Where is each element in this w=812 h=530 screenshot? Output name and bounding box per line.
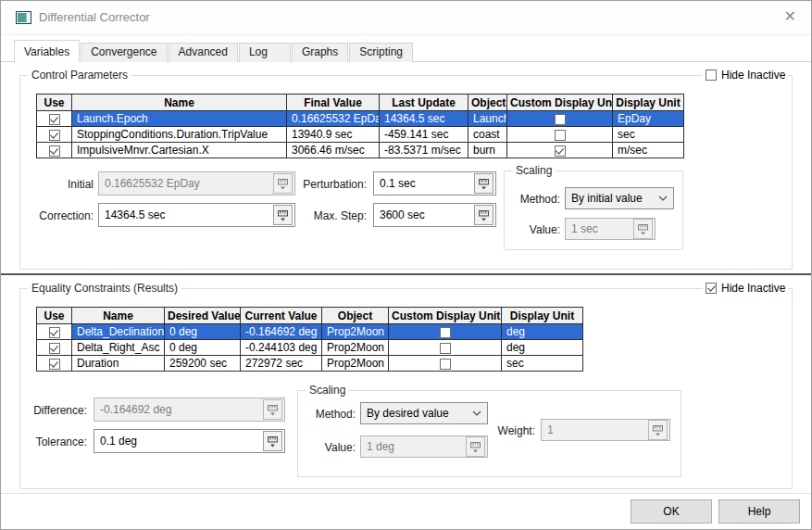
column-header[interactable]: Display Unit [613, 95, 684, 111]
difference-label: Difference: [19, 404, 87, 417]
hide-inactive-control[interactable]: Hide Inactive [703, 69, 788, 82]
use-checkbox[interactable] [49, 343, 60, 354]
tab-scripting[interactable]: Scripting [349, 43, 413, 62]
column-header[interactable]: Object [322, 308, 389, 324]
table-row[interactable]: Launch.Epoch0.16625532 EpDay14364.5 secL… [37, 111, 684, 127]
use-checkbox[interactable] [49, 130, 60, 141]
use-checkbox[interactable] [49, 114, 60, 125]
control-parameters-table[interactable]: UseNameFinal ValueLast UpdateObjectCusto… [36, 94, 684, 158]
current-value-cell[interactable]: 272972 sec [241, 356, 322, 372]
tab-graphs[interactable]: Graphs [292, 43, 348, 62]
display-unit-cell[interactable]: sec [502, 356, 583, 372]
scaling-value-field[interactable]: 1 deg [360, 435, 488, 458]
use-checkbox[interactable] [49, 327, 60, 338]
unit-picker-button[interactable] [466, 436, 485, 457]
tolerance-field[interactable]: 0.1 deg [94, 429, 285, 453]
column-header[interactable]: Current Value [241, 308, 322, 324]
hide-inactive-label: Hide Inactive [721, 69, 785, 82]
last-update-cell[interactable]: -83.5371 m/sec [380, 143, 468, 158]
scaling-method-dropdown[interactable]: By initial value [565, 187, 674, 209]
custom-unit-checkbox[interactable] [555, 130, 566, 141]
column-header[interactable]: Use [37, 308, 72, 324]
use-checkbox[interactable] [49, 145, 60, 157]
custom-unit-checkbox[interactable] [555, 114, 566, 125]
column-header[interactable]: Name [72, 95, 287, 111]
tab-convergence[interactable]: Convergence [81, 43, 167, 62]
title-bar: Differential Corrector ✕ [1, 1, 811, 35]
table-row[interactable]: StoppingConditions.Duration.TripValue139… [37, 127, 684, 143]
object-cell[interactable]: Prop2Moon [322, 324, 389, 340]
tab-log[interactable]: Log [239, 43, 291, 62]
name-cell[interactable]: Launch.Epoch [72, 111, 287, 127]
name-cell[interactable]: Delta_Declination [72, 324, 165, 340]
current-value-cell[interactable]: -0.244103 deg [241, 340, 322, 356]
difference-field[interactable]: -0.164692 deg [94, 398, 285, 422]
unit-ruler-icon [469, 441, 481, 453]
custom-unit-checkbox[interactable] [440, 327, 451, 338]
unit-picker-button[interactable] [474, 205, 493, 225]
desired-value-cell[interactable]: 0 deg [165, 324, 241, 340]
ok-button[interactable]: OK [631, 499, 712, 524]
tab-advanced[interactable]: Advanced [169, 43, 238, 62]
final-value-cell[interactable]: 0.16625532 EpDay [287, 111, 380, 127]
column-header[interactable]: Object [468, 95, 507, 111]
table-row[interactable]: Delta_Declination0 deg-0.164692 degProp2… [37, 324, 583, 340]
object-cell[interactable]: Prop2Moon [322, 356, 389, 372]
close-icon[interactable]: ✕ [784, 7, 796, 26]
unit-picker-button[interactable] [263, 399, 282, 420]
help-button[interactable]: Help [718, 499, 800, 524]
last-update-cell[interactable]: -459.141 sec [380, 127, 468, 143]
unit-picker-button[interactable] [648, 420, 668, 440]
name-cell[interactable]: Delta_Right_Asc [72, 340, 165, 356]
final-value-cell[interactable]: 13940.9 sec [287, 127, 380, 143]
custom-unit-checkbox[interactable] [440, 343, 451, 354]
unit-picker-button[interactable] [474, 173, 493, 194]
correction-field[interactable]: 14364.5 sec [98, 203, 295, 227]
final-value-cell[interactable]: 3066.46 m/sec [287, 143, 380, 158]
table-row[interactable]: ImpulsiveMnvr.Cartesian.X3066.46 m/sec-8… [37, 143, 684, 158]
last-update-cell[interactable]: 14364.5 sec [380, 111, 468, 127]
unit-picker-button[interactable] [263, 431, 282, 451]
unit-picker-button[interactable] [633, 219, 653, 239]
column-header[interactable]: Desired Value [165, 308, 241, 324]
scaling-value-field[interactable]: 1 sec [565, 218, 656, 240]
column-header[interactable]: Custom Display Unit [389, 308, 502, 324]
object-cell[interactable]: burn [468, 143, 507, 158]
hide-inactive-equality[interactable]: Hide Inactive [703, 282, 788, 295]
max-step-field[interactable]: 3600 sec [373, 203, 496, 227]
desired-value-cell[interactable]: 0 deg [165, 340, 241, 356]
column-header[interactable]: Final Value [287, 95, 380, 111]
custom-unit-checkbox[interactable] [440, 359, 451, 370]
perturbation-field[interactable]: 0.1 sec [373, 171, 496, 196]
object-cell[interactable]: coast [468, 127, 507, 143]
name-cell[interactable]: StoppingConditions.Duration.TripValue [72, 127, 287, 143]
display-unit-cell[interactable]: deg [502, 324, 583, 340]
table-row[interactable]: Duration259200 sec272972 secProp2Moonsec [37, 356, 583, 372]
column-header[interactable]: Last Update [380, 95, 468, 111]
display-unit-cell[interactable]: EpDay [613, 111, 684, 127]
custom-unit-checkbox[interactable] [555, 145, 566, 157]
equality-constraints-table[interactable]: UseNameDesired ValueCurrent ValueObjectC… [36, 307, 583, 372]
pane-divider[interactable] [1, 273, 811, 275]
column-header[interactable]: Custom Display Unit [507, 95, 613, 111]
tab-variables[interactable]: Variables [14, 40, 80, 63]
table-row[interactable]: Delta_Right_Asc0 deg-0.244103 degProp2Mo… [37, 340, 583, 356]
column-header[interactable]: Use [37, 95, 72, 111]
use-checkbox[interactable] [49, 359, 60, 370]
object-cell[interactable]: Launch [468, 111, 507, 127]
name-cell[interactable]: ImpulsiveMnvr.Cartesian.X [72, 143, 287, 158]
display-unit-cell[interactable]: m/sec [613, 143, 684, 158]
scaling-weight-field[interactable]: 1 [541, 419, 670, 441]
name-cell[interactable]: Duration [72, 356, 165, 372]
object-cell[interactable]: Prop2Moon [322, 340, 389, 356]
desired-value-cell[interactable]: 259200 sec [165, 356, 241, 372]
display-unit-cell[interactable]: sec [613, 127, 684, 143]
column-header[interactable]: Display Unit [502, 308, 583, 324]
initial-field[interactable]: 0.16625532 EpDay [98, 171, 295, 196]
hide-inactive-checkbox[interactable] [706, 69, 717, 81]
current-value-cell[interactable]: -0.164692 deg [241, 324, 322, 340]
scaling-method-dropdown[interactable]: By desired value [360, 402, 488, 424]
display-unit-cell[interactable]: deg [502, 340, 583, 356]
column-header[interactable]: Name [72, 308, 165, 324]
hide-inactive-checkbox[interactable] [706, 283, 717, 294]
